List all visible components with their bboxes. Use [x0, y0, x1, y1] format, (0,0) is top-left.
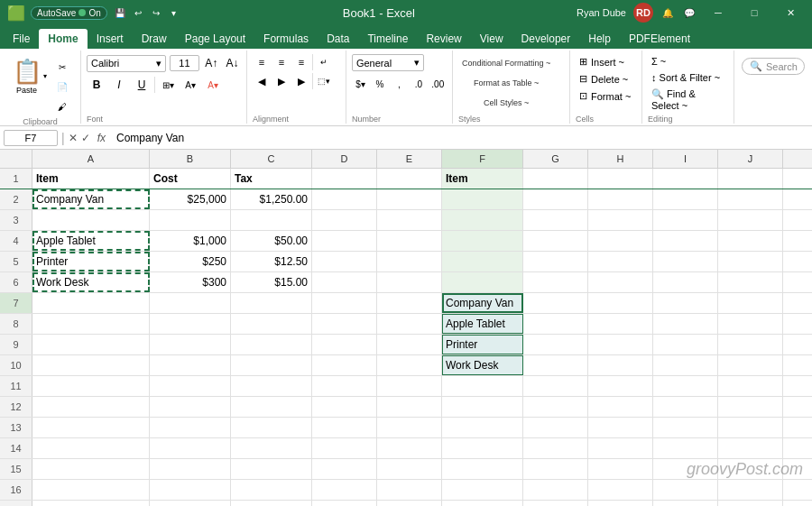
increase-decimal-button[interactable]: .0: [410, 75, 427, 93]
cell-c6[interactable]: $15.00: [231, 272, 312, 292]
confirm-formula-icon[interactable]: ✓: [81, 132, 90, 144]
tab-file[interactable]: File: [4, 29, 39, 49]
cell-j10[interactable]: [718, 355, 783, 375]
cell-e9[interactable]: [377, 335, 442, 354]
font-color-button[interactable]: A▾: [203, 75, 223, 95]
cell-h10[interactable]: [588, 355, 653, 375]
share-icon[interactable]: 🔔: [660, 5, 675, 20]
cell-h2[interactable]: [588, 189, 653, 209]
cell-j1[interactable]: [718, 169, 783, 189]
cell-i4[interactable]: [653, 231, 718, 251]
merge-button[interactable]: ⬚▾: [315, 73, 333, 89]
cell-f3[interactable]: [442, 210, 523, 230]
tab-timeline[interactable]: Timeline: [358, 29, 417, 49]
col-header-h[interactable]: H: [588, 150, 653, 168]
cell-c8[interactable]: [231, 314, 312, 334]
cell-c7[interactable]: [231, 293, 312, 313]
cell-f9[interactable]: Printer: [442, 335, 523, 354]
cell-b7[interactable]: [150, 293, 231, 313]
row-num-14[interactable]: 14: [0, 438, 32, 458]
cell-j3[interactable]: [718, 210, 783, 230]
tab-help[interactable]: Help: [579, 29, 620, 49]
cell-a5[interactable]: Printer: [32, 252, 150, 271]
col-header-j[interactable]: J: [718, 150, 783, 168]
cell-f6[interactable]: [442, 272, 523, 292]
insert-cells-button[interactable]: ⊞ Insert ~: [576, 54, 636, 69]
cell-j9[interactable]: [718, 335, 783, 354]
cell-a4[interactable]: Apple Tablet: [32, 231, 150, 251]
cell-d8[interactable]: [312, 314, 377, 334]
row-num-1[interactable]: 1: [0, 169, 32, 189]
align-center-button[interactable]: ▶: [272, 73, 291, 89]
cell-j4[interactable]: [718, 231, 783, 251]
row-num-4[interactable]: 4: [0, 231, 32, 251]
decrease-decimal-button[interactable]: .00: [429, 75, 447, 93]
row-num-15[interactable]: 15: [0, 459, 32, 479]
delete-cells-button[interactable]: ⊟ Delete ~: [576, 71, 636, 87]
save-icon[interactable]: 💾: [113, 5, 127, 20]
cell-e6[interactable]: [377, 272, 442, 292]
cell-i5[interactable]: [653, 252, 718, 271]
cell-j2[interactable]: [718, 189, 783, 209]
cell-i8[interactable]: [653, 314, 718, 334]
currency-button[interactable]: $▾: [352, 75, 369, 93]
cell-c5[interactable]: $12.50: [231, 252, 312, 271]
maximize-button[interactable]: □: [740, 0, 769, 25]
format-cells-button[interactable]: ⊡ Format ~: [576, 88, 636, 104]
tab-developer[interactable]: Developer: [512, 29, 580, 49]
avatar[interactable]: RD: [633, 3, 653, 23]
number-format-dropdown[interactable]: General▾: [352, 54, 424, 71]
align-right-button[interactable]: ▶: [292, 73, 310, 89]
undo-icon[interactable]: ↩: [131, 5, 145, 20]
align-top-center-button[interactable]: ≡: [272, 54, 291, 70]
cell-e2[interactable]: [377, 189, 442, 209]
cell-b5[interactable]: $250: [150, 252, 231, 271]
align-left-button[interactable]: ◀: [253, 73, 271, 89]
cell-f8[interactable]: Apple Tablet: [442, 314, 523, 334]
font-increase-button[interactable]: A↑: [203, 54, 220, 72]
cell-b9[interactable]: [150, 335, 231, 354]
cell-e1[interactable]: [377, 169, 442, 189]
comma-button[interactable]: ,: [391, 75, 408, 93]
bold-button[interactable]: B: [87, 75, 106, 95]
col-header-e[interactable]: E: [377, 150, 442, 168]
cell-a2[interactable]: Company Van: [32, 189, 150, 209]
cell-h6[interactable]: [588, 272, 653, 292]
cell-f7[interactable]: Company Van: [442, 293, 523, 313]
cell-g5[interactable]: [523, 252, 588, 271]
cell-c1[interactable]: Tax: [231, 169, 312, 189]
cell-a9[interactable]: [32, 335, 150, 354]
row-num-7[interactable]: 7: [0, 293, 32, 313]
cell-i2[interactable]: [653, 189, 718, 209]
paste-button[interactable]: 📋 Paste ▾: [9, 54, 51, 98]
cell-c2[interactable]: $1,250.00: [231, 189, 312, 209]
cell-g4[interactable]: [523, 231, 588, 251]
row-num-16[interactable]: 16: [0, 480, 32, 500]
cell-e5[interactable]: [377, 252, 442, 271]
find-select-button[interactable]: 🔍 Find & Select ~: [648, 87, 728, 113]
cell-i10[interactable]: [653, 355, 718, 375]
cell-a10[interactable]: [32, 355, 150, 375]
cell-b4[interactable]: $1,000: [150, 231, 231, 251]
copy-button[interactable]: 📄: [52, 78, 72, 96]
cell-j6[interactable]: [718, 272, 783, 292]
col-header-i[interactable]: I: [653, 150, 718, 168]
cell-a1[interactable]: Item: [32, 169, 150, 189]
cell-a6[interactable]: Work Desk: [32, 272, 150, 292]
col-header-g[interactable]: G: [523, 150, 588, 168]
format-as-table-button[interactable]: Format as Table ~: [458, 74, 554, 92]
cell-h3[interactable]: [588, 210, 653, 230]
align-top-right-button[interactable]: ≡: [292, 54, 310, 70]
cell-h9[interactable]: [588, 335, 653, 354]
row-num-6[interactable]: 6: [0, 272, 32, 292]
cell-i3[interactable]: [653, 210, 718, 230]
cell-e10[interactable]: [377, 355, 442, 375]
redo-icon[interactable]: ↪: [149, 5, 163, 20]
col-header-d[interactable]: D: [312, 150, 377, 168]
col-header-b[interactable]: B: [150, 150, 231, 168]
cell-d5[interactable]: [312, 252, 377, 271]
wrap-text-button[interactable]: ↵: [315, 54, 333, 70]
row-num-9[interactable]: 9: [0, 335, 32, 354]
format-painter-button[interactable]: 🖌: [52, 97, 72, 115]
cell-h5[interactable]: [588, 252, 653, 271]
